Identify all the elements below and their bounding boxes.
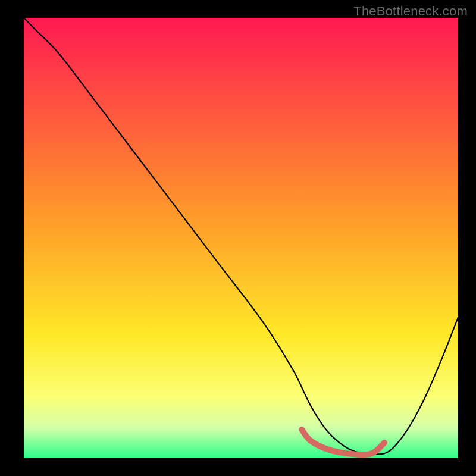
watermark-text: TheBottleneck.com — [353, 4, 468, 19]
chart-svg — [24, 18, 458, 458]
chart-area — [24, 18, 458, 458]
chart-background — [24, 18, 458, 458]
